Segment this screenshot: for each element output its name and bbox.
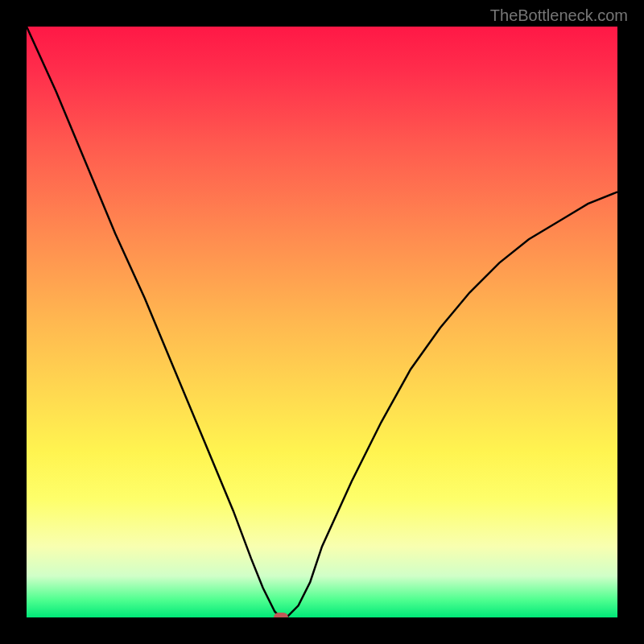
bottleneck-curve [27,27,617,617]
watermark-text: TheBottleneck.com [490,6,628,25]
curve-layer [27,27,617,617]
plot-area [27,27,617,617]
chart-frame: TheBottleneck.com [0,0,644,644]
minimum-marker [274,613,288,617]
